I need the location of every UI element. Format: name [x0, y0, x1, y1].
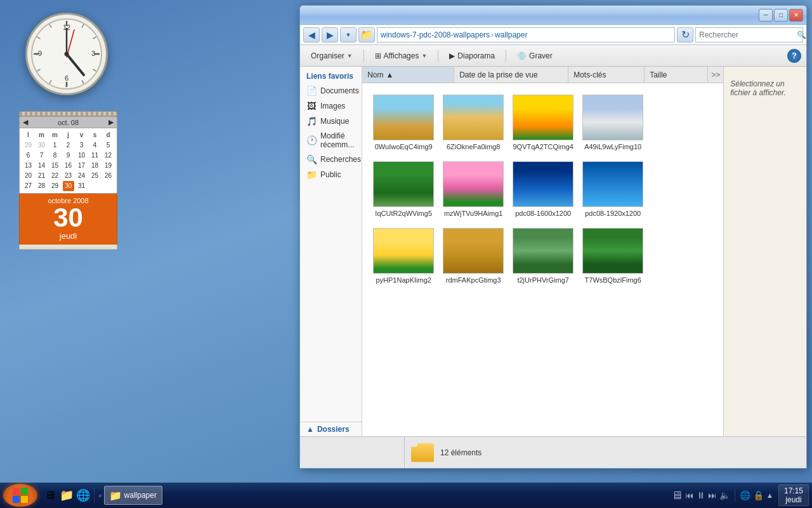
cal-day[interactable]: 18 — [89, 161, 101, 171]
cal-day[interactable]: 12 — [103, 150, 114, 161]
cal-day[interactable]: 1 — [49, 140, 61, 150]
cal-day[interactable]: 16 — [63, 161, 74, 171]
cal-day[interactable]: 14 — [36, 161, 48, 171]
next-month-btn[interactable]: ▶ — [108, 118, 114, 126]
dropdown-button[interactable]: ▼ — [340, 27, 357, 43]
start-button[interactable] — [3, 484, 37, 507]
internet-explorer-btn[interactable]: 🌐 — [75, 488, 91, 503]
cal-day[interactable]: 8 — [49, 150, 61, 161]
file-item-9[interactable]: rdmFAKpcGtimg3 — [438, 223, 508, 290]
prev-month-btn[interactable]: ◀ — [23, 118, 28, 126]
sidebar-item-recent[interactable]: 🕐 Modifié récemm... — [300, 129, 362, 152]
col-name-label: Nom — [367, 70, 383, 79]
sidebar-item-public[interactable]: 📁 Public — [300, 167, 362, 182]
file-item-0[interactable]: 0WuIwoEqC4img9 — [369, 90, 438, 156]
sidebar-item-images[interactable]: 🖼 Images — [300, 98, 362, 114]
path-segment-2[interactable]: wallpaper — [495, 30, 527, 39]
file-item-2[interactable]: 9QVTqA2TCQimg4 — [508, 90, 578, 156]
affichages-button[interactable]: ⊞ Affichages ▼ — [369, 48, 433, 64]
tray-icon-security[interactable]: 🔒 — [753, 490, 764, 500]
sidebar-item-music[interactable]: 🎵 Musique — [300, 114, 362, 129]
cal-day-today[interactable]: 30 — [63, 181, 74, 191]
tray-show-hidden[interactable]: ▲ — [766, 491, 773, 499]
organiser-button[interactable]: Organiser ▼ — [305, 48, 358, 64]
cal-day[interactable]: 22 — [49, 171, 61, 181]
file-item-11[interactable]: T7WsBQbzlFimg6 — [578, 223, 648, 290]
sidebar-item-documents[interactable]: 📄 Documents — [300, 83, 362, 98]
close-button[interactable]: ✕ — [789, 9, 803, 22]
cal-day[interactable]: 23 — [63, 171, 74, 181]
col-header-keywords[interactable]: Mots-clés — [568, 67, 645, 83]
cal-day[interactable]: 7 — [36, 150, 48, 161]
cal-day[interactable]: 5 — [103, 140, 114, 150]
cal-day[interactable]: 30 — [36, 140, 48, 150]
cal-day[interactable]: 24 — [76, 171, 88, 181]
search-box[interactable]: 🔍 — [695, 27, 803, 43]
address-path[interactable]: windows-7-pdc-2008-wallpapers › wallpape… — [377, 27, 675, 43]
file-item-5[interactable]: mzWjTVu9HAimg1 — [438, 156, 508, 223]
tray-icon-prev[interactable]: ⏮ — [685, 490, 694, 500]
file-item-6[interactable]: pdc08-1600x1200 — [508, 156, 578, 223]
minimize-button[interactable]: ─ — [759, 9, 773, 22]
cal-day[interactable]: 15 — [49, 161, 61, 171]
tray-icon-play[interactable]: ⏸ — [697, 490, 705, 500]
toolbar-separator-2 — [438, 50, 438, 62]
cal-day[interactable]: 19 — [103, 161, 114, 171]
cal-day[interactable]: 31 — [76, 181, 88, 191]
cal-day[interactable]: 3 — [76, 140, 88, 150]
refresh-button[interactable]: ↻ — [677, 27, 693, 43]
tray-icon-volume[interactable]: 🔈 — [719, 490, 730, 500]
sidebar-folders-collapse[interactable]: ▲ Dossiers — [300, 422, 362, 436]
sidebar-item-searches[interactable]: 🔍 Recherches — [300, 152, 362, 167]
help-button[interactable]: ? — [787, 49, 801, 63]
cal-day[interactable]: 11 — [89, 150, 101, 161]
diaporama-button[interactable]: ▶ Diaporama — [443, 48, 501, 64]
show-desktop-btn[interactable]: 🖥 — [43, 488, 58, 503]
col-header-name[interactable]: Nom ▲ — [362, 67, 454, 83]
cal-day[interactable]: 27 — [23, 181, 34, 191]
back-button[interactable]: ◀ — [303, 27, 320, 43]
search-input[interactable] — [699, 30, 794, 39]
preview-panel: Sélectionnez un fichier à afficher. — [723, 67, 806, 436]
graver-button[interactable]: 💿 Graver — [511, 48, 558, 64]
path-segment-1[interactable]: windows-7-pdc-2008-wallpapers — [381, 30, 490, 39]
cal-day[interactable]: 9 — [63, 150, 74, 161]
cal-day[interactable]: 13 — [23, 161, 34, 171]
cal-day[interactable] — [103, 181, 114, 191]
windows-explorer-btn[interactable]: 📁 — [59, 488, 74, 503]
cal-day[interactable]: 25 — [89, 171, 101, 181]
file-item-4[interactable]: IqCUtR2qWVimg5 — [369, 156, 438, 223]
col-header-more[interactable]: >> — [708, 70, 723, 79]
cal-day[interactable]: 17 — [76, 161, 88, 171]
cal-day[interactable]: 2 — [63, 140, 74, 150]
tray-icon-next[interactable]: ⏭ — [708, 490, 717, 500]
cal-day[interactable]: 29 — [49, 181, 61, 191]
cal-day[interactable]: 28 — [36, 181, 48, 191]
cal-day[interactable]: 4 — [89, 140, 101, 150]
maximize-button[interactable]: □ — [774, 9, 788, 22]
col-header-date[interactable]: Date de la prise de vue — [454, 67, 568, 83]
file-item-8[interactable]: pyHP1NapKIimg2 — [369, 223, 438, 290]
cal-day[interactable]: 10 — [76, 150, 88, 161]
calendar-month-nav[interactable]: ◀ oct. 08 ▶ — [19, 116, 117, 128]
cal-day[interactable]: 20 — [23, 171, 34, 181]
forward-button[interactable]: ▶ — [322, 27, 338, 43]
taskbar-wallpaper-btn[interactable]: 📁 wallpaper — [104, 486, 162, 505]
file-item-10[interactable]: t2jUrPHVrGimg7 — [508, 223, 578, 290]
file-item-3[interactable]: A49iL9wLyFimg10 — [578, 90, 648, 156]
cal-day[interactable] — [89, 181, 101, 191]
search-icon[interactable]: 🔍 — [797, 30, 806, 39]
tray-icon-network[interactable]: 🌐 — [740, 490, 750, 500]
tray-icon-screen[interactable]: 🖥 — [671, 489, 683, 502]
diaporama-icon: ▶ — [449, 51, 455, 60]
system-tray: 🖥 ⏮ ⏸ ⏭ 🔈 🌐 🔒 ▲ 17:15 jeudi — [668, 485, 809, 506]
filename-3: A49iL9wLyFimg10 — [584, 143, 641, 151]
system-clock[interactable]: 17:15 jeudi — [778, 485, 809, 506]
col-header-size[interactable]: Taille — [645, 67, 708, 83]
cal-day[interactable]: 29 — [23, 140, 34, 150]
cal-day[interactable]: 6 — [23, 150, 34, 161]
cal-day[interactable]: 26 — [103, 171, 114, 181]
file-item-7[interactable]: pdc08-1920x1200 — [578, 156, 648, 223]
cal-day[interactable]: 21 — [36, 171, 48, 181]
file-item-1[interactable]: 6ZiOkneFa0img8 — [438, 90, 508, 156]
